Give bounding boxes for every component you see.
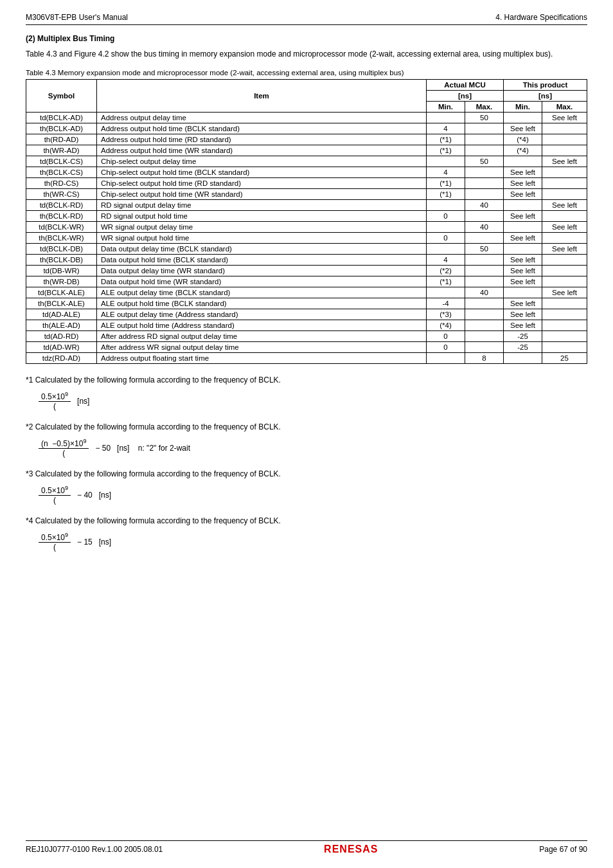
cell-act-max: 50 [465, 244, 504, 255]
cell-symbol: td(BCLK-AD) [26, 113, 97, 123]
cell-act-max [465, 233, 504, 244]
cell-prod-max [542, 255, 587, 266]
cell-item: Chip-select output delay time [97, 156, 427, 167]
note-1-text: *1 Calculated by the following formula a… [26, 374, 587, 386]
cell-item: ALE output delay time (BCLK standard) [97, 287, 427, 298]
cell-symbol: th(ALE-AD) [26, 320, 97, 331]
cell-prod-max [542, 211, 587, 222]
cell-prod-min [504, 200, 542, 211]
cell-act-min: 4 [427, 123, 465, 134]
page-footer: REJ10J0777-0100 Rev.1.00 2005.08.01 RENE… [26, 840, 587, 855]
note-4-text: *4 Calculated by the following formula a… [26, 515, 587, 527]
cell-act-min [427, 287, 465, 298]
th-symbol: Symbol [26, 80, 97, 113]
cell-act-min: 0 [427, 331, 465, 342]
cell-symbol: th(WR-CS) [26, 189, 97, 200]
table-row: td(AD-ALE)ALE output delay time (Address… [26, 309, 587, 320]
table-row: th(WR-DB)Data output hold time (WR stand… [26, 276, 587, 287]
th-act-min: Min. [427, 102, 465, 113]
cell-prod-max [542, 276, 587, 287]
table-row: th(BCLK-DB)Data output hold time (BCLK s… [26, 255, 587, 266]
section-title: (2) Multiplex Bus Timing [26, 34, 587, 43]
formula-4: 0.5×109 ( − 15 [ns] [39, 532, 587, 552]
cell-symbol: th(BCLK-RD) [26, 211, 97, 222]
table-row: th(RD-AD)Address output hold time (RD st… [26, 134, 587, 145]
cell-act-max: 50 [465, 156, 504, 167]
cell-item: WR signal output delay time [97, 222, 427, 233]
cell-prod-max [542, 189, 587, 200]
cell-item: Data output hold time (WR standard) [97, 276, 427, 287]
cell-prod-max [542, 309, 587, 320]
cell-act-max [465, 320, 504, 331]
cell-symbol: th(BCLK-DB) [26, 255, 97, 266]
table-row: th(WR-AD)Address output hold time (WR st… [26, 145, 587, 156]
cell-prod-max: See left [542, 287, 587, 298]
cell-act-min: 0 [427, 342, 465, 353]
cell-act-min: 4 [427, 167, 465, 178]
cell-prod-min [504, 287, 542, 298]
cell-item: Address output hold time (WR standard) [97, 145, 427, 156]
formula-1: 0.5×109 ( [ns] [39, 391, 587, 411]
cell-item: ALE output delay time (Address standard) [97, 309, 427, 320]
note-2-text: *2 Calculated by the following formula a… [26, 421, 587, 433]
cell-act-max: 50 [465, 113, 504, 123]
formula-1-fraction: 0.5×109 ( [39, 391, 71, 411]
cell-act-max: 8 [465, 353, 504, 364]
cell-act-min: (*1) [427, 134, 465, 145]
cell-symbol: th(RD-AD) [26, 134, 97, 145]
cell-act-max [465, 134, 504, 145]
cell-item: After address RD signal output delay tim… [97, 331, 427, 342]
note-3-text: *3 Calculated by the following formula a… [26, 468, 587, 480]
cell-prod-min: See left [504, 167, 542, 178]
cell-prod-max [542, 266, 587, 276]
cell-act-max [465, 211, 504, 222]
formula-3: 0.5×109 ( − 40 [ns] [39, 485, 587, 505]
cell-prod-min [504, 156, 542, 167]
th-item: Item [97, 80, 427, 113]
cell-prod-max: See left [542, 156, 587, 167]
page-number: Page 67 of 90 [539, 845, 587, 854]
cell-item: ALE output hold time (BCLK standard) [97, 298, 427, 309]
section-title-header: 4. Hardware Specifications [495, 13, 587, 22]
cell-prod-max: 25 [542, 353, 587, 364]
page-header: M306V8T-EPB User's Manual 4. Hardware Sp… [26, 13, 587, 25]
cell-act-max [465, 167, 504, 178]
cell-act-max: 40 [465, 200, 504, 211]
cell-act-min: 0 [427, 211, 465, 222]
cell-prod-max [542, 123, 587, 134]
table-row: th(BCLK-ALE)ALE output hold time (BCLK s… [26, 298, 587, 309]
cell-prod-min: See left [504, 178, 542, 189]
cell-act-min [427, 113, 465, 123]
cell-item: Address output hold time (BCLK standard) [97, 123, 427, 134]
table-row: th(ALE-AD)ALE output hold time (Address … [26, 320, 587, 331]
cell-symbol: th(BCLK-ALE) [26, 298, 97, 309]
table-row: td(BCLK-ALE)ALE output delay time (BCLK … [26, 287, 587, 298]
cell-prod-min: See left [504, 298, 542, 309]
cell-symbol: th(WR-DB) [26, 276, 97, 287]
cell-item: Data output delay time (BCLK standard) [97, 244, 427, 255]
formula-3-fraction: 0.5×109 ( [39, 485, 71, 505]
cell-symbol: td(BCLK-DB) [26, 244, 97, 255]
cell-item: Chip-select output hold time (RD standar… [97, 178, 427, 189]
cell-item: ALE output hold time (Address standard) [97, 320, 427, 331]
cell-prod-min: See left [504, 309, 542, 320]
cell-prod-min [504, 113, 542, 123]
table-row: td(DB-WR)Data output delay time (WR stan… [26, 266, 587, 276]
th-act-max: Max. [465, 102, 504, 113]
cell-symbol: td(BCLK-RD) [26, 200, 97, 211]
cell-act-max [465, 309, 504, 320]
cell-prod-max [542, 167, 587, 178]
cell-prod-min: See left [504, 189, 542, 200]
table-row: td(BCLK-AD)Address output delay time50Se… [26, 113, 587, 123]
table-row: th(RD-CS)Chip-select output hold time (R… [26, 178, 587, 189]
cell-prod-max: See left [542, 244, 587, 255]
cell-act-min [427, 200, 465, 211]
th-product-unit: [ns] [504, 91, 587, 102]
cell-symbol: td(DB-WR) [26, 266, 97, 276]
cell-symbol: th(BCLK-WR) [26, 233, 97, 244]
cell-item: Data output hold time (BCLK standard) [97, 255, 427, 266]
th-prod-max: Max. [542, 102, 587, 113]
renesas-logo: RENESAS [324, 844, 378, 855]
th-actual-unit: [ns] [427, 91, 504, 102]
cell-act-max [465, 189, 504, 200]
